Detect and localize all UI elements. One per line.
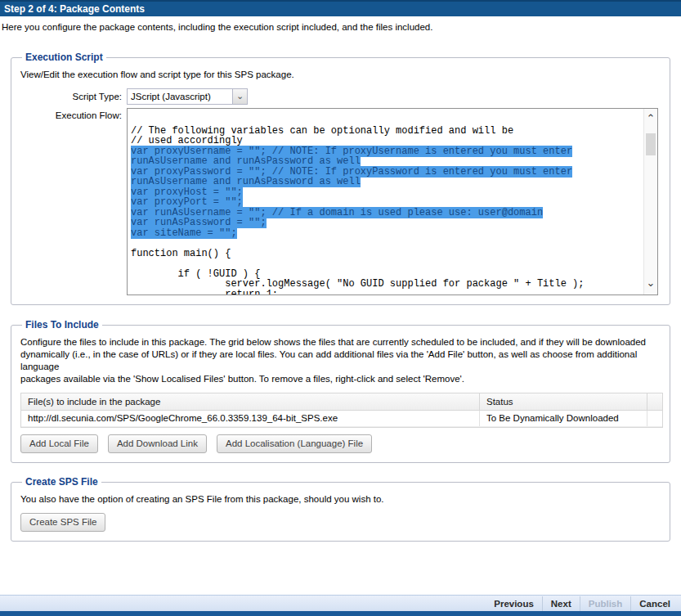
files-grid-body: http://dl.secunia.com/SPS/GoogleChrome_6… bbox=[21, 411, 662, 427]
file-url-cell: http://dl.secunia.com/SPS/GoogleChrome_6… bbox=[21, 411, 479, 426]
wizard-nav-button[interactable]: Publish bbox=[580, 596, 631, 611]
editor-scrollbar[interactable]: ⌃ ⌄ bbox=[643, 109, 657, 295]
wizard-footer-toolbar: PreviousNextPublishCancel bbox=[0, 595, 681, 611]
page-intro-text: Here you configure the package contents,… bbox=[0, 16, 681, 32]
code-line: runAsUsername and runAsPassword as well bbox=[131, 156, 639, 167]
create-sps-section: Create SPS File You also have the option… bbox=[11, 476, 670, 542]
files-grid-header: File(s) to include in the package Status bbox=[21, 393, 662, 411]
files-grid: File(s) to include in the package Status… bbox=[20, 393, 663, 428]
code-line: var runAsPassword = ""; bbox=[131, 218, 639, 228]
code-line: // used accordingly bbox=[131, 136, 639, 146]
code-line: return 1; bbox=[131, 290, 639, 296]
execution-script-description: View/Edit the execution flow and script … bbox=[20, 69, 663, 81]
file-status-cell: To Be Dynamically Downloaded bbox=[479, 411, 647, 426]
files-to-include-legend: Files To Include bbox=[22, 319, 102, 330]
row-filler bbox=[647, 411, 662, 426]
wizard-step-header: Step 2 of 4: Package Contents bbox=[0, 0, 681, 16]
column-header-status[interactable]: Status bbox=[479, 393, 647, 410]
wizard-nav-button[interactable]: Next bbox=[542, 596, 580, 611]
execution-flow-row: Execution Flow: // The following variabl… bbox=[20, 106, 663, 295]
script-type-row: Script Type: JScript (Javascript) ⌄ bbox=[20, 88, 663, 105]
wizard-nav-button[interactable]: Previous bbox=[486, 596, 542, 611]
chevron-down-icon[interactable]: ⌄ bbox=[232, 89, 247, 104]
file-buttons-row: Add Local FileAdd Download LinkAdd Local… bbox=[20, 434, 663, 453]
execution-flow-code: // The following variables can be option… bbox=[128, 109, 657, 295]
create-sps-legend: Create SPS File bbox=[22, 476, 101, 488]
execution-flow-label: Execution Flow: bbox=[20, 106, 127, 295]
add-file-button[interactable]: Add Local File bbox=[20, 434, 98, 453]
scroll-up-icon[interactable]: ⌃ bbox=[644, 112, 657, 127]
scrollbar-thumb[interactable] bbox=[646, 133, 656, 155]
execution-flow-editor[interactable]: // The following variables can be option… bbox=[127, 108, 658, 295]
column-header-file[interactable]: File(s) to include in the package bbox=[21, 393, 479, 410]
create-sps-file-button[interactable]: Create SPS File bbox=[20, 513, 105, 532]
add-file-button[interactable]: Add Localisation (Language) File bbox=[217, 434, 372, 453]
scroll-down-icon[interactable]: ⌄ bbox=[644, 277, 657, 291]
wizard-step-title: Step 2 of 4: Package Contents bbox=[4, 3, 145, 15]
execution-script-section: Execution Script View/Edit the execution… bbox=[11, 52, 670, 305]
add-file-button[interactable]: Add Download Link bbox=[108, 434, 207, 453]
code-line: var proxyPort = ""; bbox=[131, 197, 639, 208]
script-type-dropdown[interactable]: JScript (Javascript) ⌄ bbox=[127, 88, 248, 105]
execution-script-legend: Execution Script bbox=[22, 52, 106, 63]
wizard-nav-button[interactable]: Cancel bbox=[630, 596, 679, 611]
column-header-filler bbox=[647, 393, 662, 410]
script-type-value: JScript (Javascript) bbox=[128, 92, 232, 101]
files-to-include-section: Files To Include Configure the files to … bbox=[11, 319, 670, 463]
code-line: var siteName = ""; bbox=[131, 228, 639, 239]
create-sps-button-row: Create SPS File bbox=[20, 513, 663, 532]
bottom-accent-strip bbox=[0, 611, 681, 616]
create-sps-description: You also have the option of creating an … bbox=[20, 493, 663, 506]
code-line: runAsUsername and runAsPassword as well bbox=[131, 177, 639, 187]
table-row[interactable]: http://dl.secunia.com/SPS/GoogleChrome_6… bbox=[21, 411, 662, 427]
script-type-label: Script Type: bbox=[20, 88, 127, 105]
code-line: function main() { bbox=[131, 249, 639, 259]
files-to-include-description: Configure the files to include in this p… bbox=[20, 336, 663, 385]
